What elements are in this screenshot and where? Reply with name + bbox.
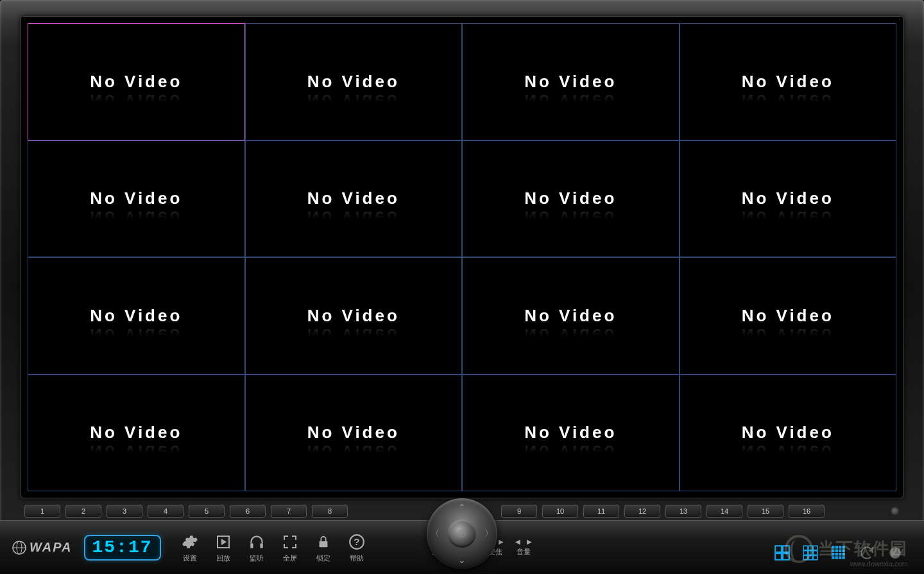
zoom-plus[interactable]: ▶ [499,538,504,545]
video-cell-4[interactable]: No Video [680,23,897,140]
svg-rect-34 [832,556,834,559]
channel-button-9[interactable]: 9 [501,505,537,518]
svg-rect-24 [839,546,841,548]
volume-plus[interactable]: ▶ [527,538,532,545]
video-cell-7[interactable]: No Video [462,140,680,258]
video-cell-text: No Video [742,72,834,92]
video-cell-text: No Video [742,423,834,443]
channel-button-8[interactable]: 8 [312,505,348,518]
svg-rect-11 [775,553,782,560]
lock-icon [314,532,333,552]
video-cell-16[interactable]: No Video [680,375,897,492]
svg-rect-31 [835,553,838,555]
svg-rect-9 [775,546,782,552]
svg-rect-32 [839,553,841,555]
video-cell-2[interactable]: No Video [245,23,463,140]
channel-button-12[interactable]: 12 [624,505,660,518]
channel-button-6[interactable]: 6 [230,505,266,518]
svg-rect-37 [842,556,844,559]
svg-rect-25 [842,546,844,548]
channel-button-16[interactable]: 16 [789,505,825,518]
video-cell-1[interactable]: No Video [28,23,245,140]
ptz-down-button[interactable]: ⌄ [458,555,466,565]
video-cell-13[interactable]: No Video [28,375,245,492]
cycle-button[interactable] [857,543,877,562]
ptz-up-button[interactable]: ⌃ [458,502,466,512]
channel-group-left: 12345678 [24,505,406,518]
video-cell-text: No Video [90,72,182,92]
ptz-left-button[interactable]: 〈 [431,528,440,539]
video-cell-12[interactable]: No Video [680,257,897,375]
record-button[interactable] [886,543,905,562]
svg-rect-35 [835,556,838,559]
volume-label: 音量 [517,547,531,557]
video-cell-text: No Video [307,72,400,92]
video-cell-10[interactable]: No Video [245,257,463,375]
svg-rect-21 [813,555,817,560]
svg-rect-28 [839,550,841,552]
action-buttons: 设置 回放 监听 全屏 [180,532,366,563]
gear-icon [180,532,200,552]
channel-button-2[interactable]: 2 [65,505,101,518]
video-cell-6[interactable]: No Video [245,140,463,258]
lock-button[interactable]: 锁定 [314,532,333,563]
svg-rect-13 [803,546,808,550]
monitor-button[interactable]: 监听 [247,532,266,563]
ptz-control: ⌃ ⌄ 〈 〉 © [427,498,497,569]
volume-control: ◀▶ 音量 [515,538,532,557]
fullscreen-icon [280,532,300,552]
layout-buttons [773,543,905,562]
svg-rect-29 [842,550,844,552]
svg-rect-5 [260,543,262,548]
channel-button-7[interactable]: 7 [271,505,307,518]
ptz-right-button[interactable]: 〉 [484,528,493,539]
video-cell-text: No Video [307,306,400,326]
video-cell-text: No Video [90,423,182,443]
svg-rect-36 [839,556,841,559]
video-cell-11[interactable]: No Video [462,257,680,375]
channel-button-13[interactable]: 13 [665,505,701,518]
video-grid: No VideoNo VideoNo VideoNo VideoNo Video… [21,16,903,498]
play-icon [214,532,233,552]
channel-button-4[interactable]: 4 [148,505,184,518]
channel-button-14[interactable]: 14 [706,505,742,518]
svg-rect-18 [813,551,817,555]
channel-button-5[interactable]: 5 [189,505,225,518]
svg-rect-6 [319,541,327,547]
svg-point-38 [889,547,900,558]
video-cell-text: No Video [524,189,617,208]
video-cell-15[interactable]: No Video [462,375,680,492]
svg-rect-27 [835,550,838,552]
video-cell-text: No Video [742,306,834,326]
svg-text:?: ? [354,536,359,547]
video-cell-text: No Video [90,189,182,208]
playback-label: 回放 [216,553,230,563]
video-cell-text: No Video [524,306,617,326]
ptz-center-button[interactable]: © [448,519,476,548]
video-cell-text: No Video [524,72,617,92]
layout-4-button[interactable] [773,543,792,562]
video-cell-5[interactable]: No Video [28,140,245,258]
layout-9-button[interactable] [801,543,820,562]
video-cell-9[interactable]: No Video [28,257,245,375]
power-led-icon [891,507,900,516]
channel-button-11[interactable]: 11 [583,505,619,518]
video-cell-14[interactable]: No Video [245,375,463,492]
channel-button-10[interactable]: 10 [542,505,578,518]
svg-rect-15 [813,546,817,550]
video-cell-3[interactable]: No Video [462,23,680,140]
layout-16-button[interactable] [829,543,848,562]
brand-logo: WAPA [12,540,73,555]
playback-button[interactable]: 回放 [214,532,233,563]
svg-rect-10 [783,546,789,552]
channel-button-1[interactable]: 1 [24,505,60,518]
settings-button[interactable]: 设置 [180,532,200,563]
video-cell-8[interactable]: No Video [680,140,897,258]
svg-rect-20 [809,555,813,560]
fullscreen-label: 全屏 [283,553,297,563]
fullscreen-button[interactable]: 全屏 [280,532,300,563]
volume-minus[interactable]: ◀ [515,538,520,545]
help-button[interactable]: ? 帮助 [347,532,366,563]
channel-button-15[interactable]: 15 [748,505,783,518]
channel-button-3[interactable]: 3 [107,505,142,518]
